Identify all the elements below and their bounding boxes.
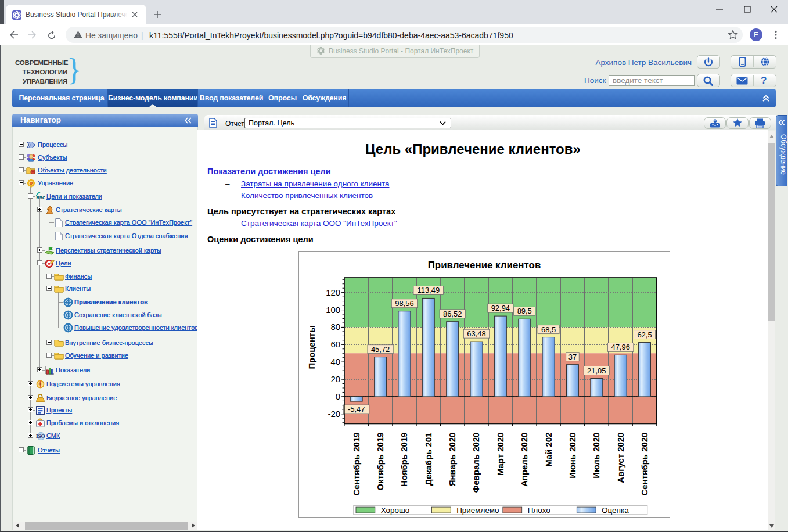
svg-text:113,49: 113,49	[417, 286, 440, 294]
svg-text:60: 60	[330, 339, 340, 349]
svg-text:100: 100	[326, 305, 340, 315]
svg-text:ISO: ISO	[36, 433, 45, 439]
svg-text:63,48: 63,48	[467, 329, 485, 338]
svg-text:Август 2020: Август 2020	[616, 433, 625, 483]
svg-text:Проценты: Проценты	[307, 325, 316, 369]
svg-text:86,52: 86,52	[443, 310, 462, 318]
svg-text:Февраль 2020: Февраль 2020	[471, 433, 481, 493]
svg-text:Март 2020: Март 2020	[495, 433, 505, 476]
svg-text:120: 120	[326, 287, 340, 297]
svg-text:Оценка: Оценка	[602, 506, 629, 515]
svg-text:Сентябрь 2019: Сентябрь 2019	[351, 433, 361, 496]
svg-text:37: 37	[568, 353, 577, 361]
svg-text:89,5: 89,5	[517, 307, 532, 315]
svg-text:45,72: 45,72	[371, 345, 390, 354]
svg-text:BSC: BSC	[37, 195, 46, 200]
svg-text:-5,47: -5,47	[348, 405, 365, 414]
svg-text:Сентябрь 2020: Сентябрь 2020	[639, 433, 649, 496]
svg-text:Январь 2020: Январь 2020	[447, 433, 457, 487]
svg-text:92,94: 92,94	[491, 304, 510, 312]
svg-text:68,5: 68,5	[541, 325, 556, 334]
svg-text:Декабрь 201: Декабрь 201	[423, 433, 433, 486]
svg-text:-20: -20	[328, 409, 341, 419]
svg-text:Ноябрь 2019: Ноябрь 2019	[399, 433, 409, 487]
svg-text:47,96: 47,96	[611, 343, 629, 351]
svg-text:Май 202: Май 202	[544, 433, 553, 467]
svg-text:Октябрь 2019: Октябрь 2019	[375, 433, 385, 491]
svg-text:Июль 2020: Июль 2020	[591, 433, 601, 479]
svg-text:80: 80	[330, 322, 340, 332]
svg-text:Плохо: Плохо	[528, 506, 550, 515]
svg-text:21,05: 21,05	[587, 366, 606, 375]
svg-text:Приемлемо: Приемлемо	[456, 506, 499, 515]
svg-text:98,56: 98,56	[395, 299, 413, 308]
svg-text:0: 0	[336, 391, 340, 401]
svg-text:Июнь 2020: Июнь 2020	[567, 433, 577, 479]
svg-text:40: 40	[330, 357, 340, 366]
svg-text:62,5: 62,5	[637, 330, 652, 339]
svg-text:Хорошо: Хорошо	[381, 506, 410, 515]
svg-text:Апрель 2020: Апрель 2020	[519, 433, 529, 487]
svg-text:20: 20	[330, 374, 340, 384]
svg-text:Привлечение клиентов: Привлечение клиентов	[428, 260, 541, 271]
